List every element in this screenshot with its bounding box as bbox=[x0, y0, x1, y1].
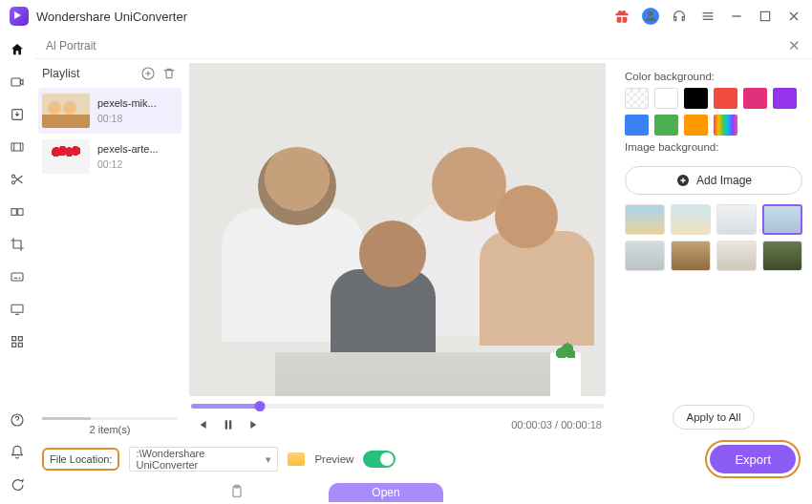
swatch-orange[interactable] bbox=[684, 115, 708, 136]
maximize-icon[interactable] bbox=[757, 8, 774, 25]
close-icon[interactable] bbox=[785, 8, 802, 25]
svg-line-15 bbox=[14, 176, 22, 182]
swatch-pink[interactable] bbox=[743, 88, 767, 109]
preview-toggle[interactable] bbox=[363, 451, 395, 468]
playlist-item[interactable]: pexels-mik... 00:18 bbox=[38, 88, 182, 134]
swatch-red[interactable] bbox=[714, 88, 737, 109]
video-preview[interactable] bbox=[189, 63, 606, 396]
help-icon[interactable] bbox=[6, 409, 29, 431]
bg-thumb[interactable] bbox=[762, 204, 802, 235]
add-playlist-icon[interactable] bbox=[139, 65, 157, 82]
playlist-item-duration: 00:18 bbox=[97, 113, 157, 124]
panel-title: Al Portrait bbox=[46, 39, 96, 52]
image-bg-label: Image background: bbox=[625, 141, 802, 153]
bg-thumb[interactable] bbox=[671, 204, 711, 235]
bg-thumb[interactable] bbox=[671, 241, 711, 271]
svg-rect-25 bbox=[12, 343, 16, 346]
swatch-purple[interactable] bbox=[773, 88, 797, 109]
sidebar-apps-icon[interactable] bbox=[6, 330, 29, 353]
playlist-scrollbar[interactable] bbox=[42, 417, 178, 420]
export-highlight: Export bbox=[705, 440, 801, 478]
sidebar-home-icon[interactable] bbox=[6, 38, 29, 61]
sidebar-cut-icon[interactable] bbox=[6, 168, 29, 191]
svg-rect-32 bbox=[229, 420, 231, 429]
playlist-title: Playlist bbox=[42, 67, 136, 80]
next-button[interactable] bbox=[246, 416, 264, 433]
user-avatar-icon[interactable] bbox=[642, 8, 659, 25]
chevron-down-icon: ▾ bbox=[266, 453, 271, 466]
playlist-item-name: pexels-arte... bbox=[97, 143, 159, 155]
seek-track[interactable] bbox=[191, 404, 604, 409]
swatch-rainbow[interactable] bbox=[714, 115, 737, 136]
svg-rect-26 bbox=[18, 343, 22, 346]
svg-rect-7 bbox=[11, 78, 20, 86]
playlist-thumb bbox=[42, 139, 90, 174]
swatch-white[interactable] bbox=[654, 88, 678, 109]
sidebar-merge-icon[interactable] bbox=[6, 200, 29, 223]
sidebar-download-icon[interactable] bbox=[6, 103, 29, 126]
playlist-item[interactable]: pexels-arte... 00:12 bbox=[38, 134, 182, 179]
add-image-button[interactable]: Add Image bbox=[625, 166, 802, 195]
svg-rect-9 bbox=[11, 143, 23, 151]
svg-rect-4 bbox=[760, 11, 769, 20]
minimize-icon[interactable] bbox=[728, 8, 745, 25]
svg-rect-21 bbox=[11, 304, 23, 312]
svg-line-14 bbox=[14, 177, 22, 183]
playlist-count: 2 item(s) bbox=[42, 424, 178, 435]
bg-thumb[interactable] bbox=[762, 241, 802, 271]
prev-button[interactable] bbox=[193, 416, 210, 433]
sidebar-video-icon[interactable] bbox=[6, 71, 29, 94]
gift-icon[interactable] bbox=[613, 8, 630, 25]
svg-rect-24 bbox=[18, 337, 22, 341]
plus-circle-icon bbox=[675, 173, 691, 188]
color-bg-label: Color background: bbox=[625, 71, 802, 82]
sidebar-filmstrip-icon[interactable] bbox=[6, 136, 29, 158]
color-swatches bbox=[625, 88, 802, 136]
sidebar-crop-icon[interactable] bbox=[6, 233, 29, 256]
app-title: Wondershare UniConverter bbox=[36, 10, 613, 24]
swatch-blue[interactable] bbox=[625, 115, 649, 136]
bell-icon[interactable] bbox=[6, 441, 29, 464]
app-logo bbox=[10, 7, 29, 26]
playlist-item-name: pexels-mik... bbox=[97, 97, 157, 109]
file-path-dropdown[interactable]: :\Wondershare UniConverter ▾ bbox=[129, 447, 278, 472]
swatch-green[interactable] bbox=[654, 115, 678, 136]
trash-icon[interactable] bbox=[160, 65, 178, 82]
bg-thumb[interactable] bbox=[716, 241, 757, 271]
bg-thumb[interactable] bbox=[716, 204, 757, 235]
file-location-label: File Location: bbox=[42, 448, 119, 471]
export-button[interactable]: Export bbox=[710, 445, 796, 473]
open-button[interactable]: Open bbox=[329, 483, 443, 502]
bg-thumb[interactable] bbox=[625, 204, 665, 235]
feedback-icon[interactable] bbox=[6, 473, 29, 496]
svg-rect-17 bbox=[18, 209, 23, 216]
folder-icon[interactable] bbox=[288, 452, 305, 466]
apply-all-button[interactable]: Apply to All bbox=[673, 405, 756, 430]
clipboard-icon[interactable] bbox=[229, 484, 245, 502]
seek-progress bbox=[191, 404, 260, 409]
preview-label: Preview bbox=[314, 453, 353, 465]
swatch-black[interactable] bbox=[684, 88, 708, 109]
svg-rect-23 bbox=[12, 337, 16, 341]
svg-rect-31 bbox=[225, 420, 227, 429]
sidebar-screen-icon[interactable] bbox=[6, 298, 29, 321]
sidebar-subtitle-icon[interactable] bbox=[6, 265, 29, 288]
svg-rect-16 bbox=[11, 209, 16, 216]
bg-thumb[interactable] bbox=[625, 241, 665, 271]
panel-close-icon[interactable]: ✕ bbox=[788, 37, 801, 54]
playlist-thumb bbox=[42, 94, 90, 128]
menu-icon[interactable] bbox=[699, 8, 716, 25]
svg-rect-18 bbox=[11, 273, 23, 281]
pause-button[interactable] bbox=[220, 416, 237, 433]
seek-knob[interactable] bbox=[255, 401, 266, 411]
headset-icon[interactable] bbox=[671, 8, 688, 25]
playlist-item-duration: 00:12 bbox=[97, 158, 159, 170]
swatch-transparent[interactable] bbox=[625, 88, 649, 109]
time-readout: 00:00:03 / 00:00:18 bbox=[511, 419, 602, 430]
